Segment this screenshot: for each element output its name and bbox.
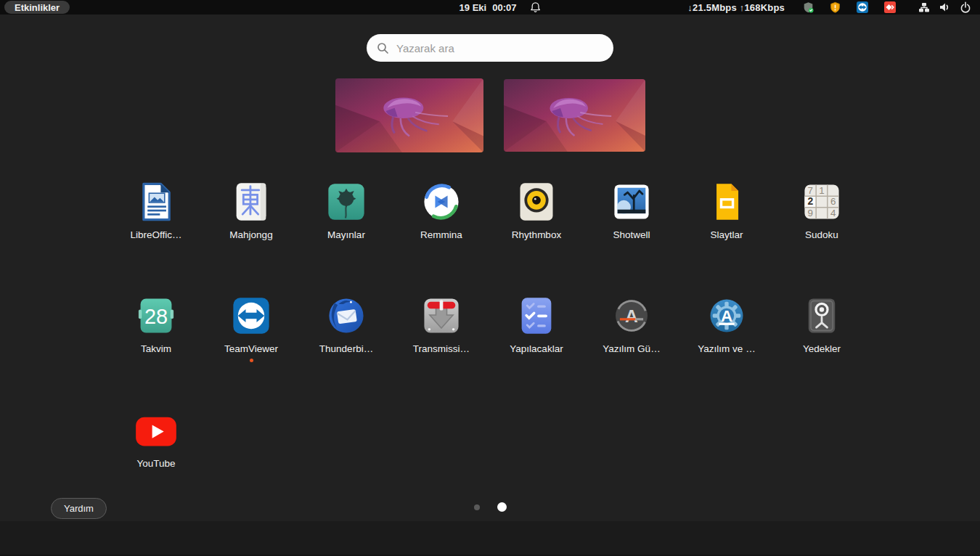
app-label: Yazılım Gü… <box>584 343 679 355</box>
app-mahjongg[interactable]: Mahjongg <box>204 179 298 241</box>
transmission-icon <box>418 293 465 339</box>
app-label: Rhythmbox <box>489 229 584 241</box>
gnome-activities-overview: Etkinlikler 19 Eki 00:07 ↓21.5Mbps ↑168K… <box>0 0 980 556</box>
tooltip-label: Yardım <box>64 503 94 514</box>
calendar-day-number: 28 <box>144 305 168 328</box>
app-label: Remmina <box>394 229 489 241</box>
mahjongg-tile-icon <box>228 179 274 225</box>
app-label: Mayınlar <box>299 229 393 241</box>
app-backups[interactable]: Yedekler <box>775 293 869 355</box>
rhythmbox-speaker-icon <box>513 179 560 225</box>
notification-bell-icon <box>529 1 541 13</box>
clock-menu[interactable]: 19 Eki 00:07 <box>460 0 542 15</box>
app-label: Slaytlar <box>679 229 774 241</box>
software-properties-icon: A <box>703 293 750 339</box>
system-status-area[interactable] <box>914 1 976 13</box>
page-dot-2-active[interactable] <box>497 502 507 512</box>
workspace-switcher <box>0 78 980 152</box>
google-slides-icon <box>703 179 750 225</box>
app-label: Transmissi… <box>394 343 489 355</box>
app-label: Thunderbi… <box>299 343 393 355</box>
app-label: TeamViewer <box>204 343 298 355</box>
activities-button[interactable]: Etkinlikler <box>4 1 70 14</box>
sudoku-digit: 9 <box>808 208 813 218</box>
gnome-mines-icon <box>323 179 369 225</box>
app-label: Yapılacaklar <box>489 343 584 355</box>
shotwell-photo-icon <box>608 179 655 225</box>
shield-warning-icon[interactable] <box>829 1 841 14</box>
top-bar-right: ↓21.5Mbps ↑168Kbps <box>687 0 976 15</box>
app-remmina[interactable]: Remmina <box>394 179 489 241</box>
dock-tooltip: Yardım <box>51 498 107 519</box>
app-todo[interactable]: Yapılacaklar <box>489 293 584 355</box>
app-youtube[interactable]: YouTube <box>109 407 203 470</box>
app-label: Yazılım ve … <box>679 343 774 355</box>
sudoku-digit: 4 <box>830 208 836 218</box>
teamviewer-tray-icon[interactable] <box>856 1 869 14</box>
power-icon <box>960 1 971 13</box>
dock: A ? <box>0 521 980 556</box>
app-transmission[interactable]: Transmissi… <box>394 293 489 355</box>
network-speed-indicator[interactable]: ↓21.5Mbps ↑168Kbps <box>687 2 785 13</box>
system-tray <box>795 1 904 14</box>
app-label: Sudoku <box>775 229 869 241</box>
search-input[interactable] <box>396 42 603 54</box>
wired-network-icon <box>918 1 930 13</box>
workspace-thumbnail-1[interactable] <box>335 78 483 152</box>
sudoku-digit-active: 2 <box>807 195 813 207</box>
anydesk-tray-icon[interactable] <box>883 1 897 14</box>
app-label: Mahjongg <box>204 229 298 241</box>
search-icon <box>377 42 389 54</box>
app-teamviewer[interactable]: TeamViewer <box>204 293 298 362</box>
deja-dup-backups-icon <box>799 293 845 339</box>
app-rhythmbox[interactable]: Rhythmbox <box>489 179 584 241</box>
software-letter: A <box>721 307 732 325</box>
software-updater-icon: A <box>608 293 655 339</box>
libreoffice-writer-icon <box>133 179 179 225</box>
sudoku-grid-icon: 7 1 4 6 9 2 <box>799 179 845 225</box>
sudoku-digit: 7 <box>808 185 813 196</box>
search-bar[interactable] <box>367 34 613 62</box>
thunderbird-icon <box>323 293 369 339</box>
app-libreoffice-writer[interactable]: LibreOffic… <box>109 179 203 241</box>
search-area <box>0 34 980 62</box>
running-indicator <box>250 359 253 362</box>
workspace-thumbnail-2[interactable] <box>504 79 645 152</box>
app-sudoku[interactable]: 7 1 4 6 9 2 Sudoku <box>775 179 869 241</box>
shield-check-icon[interactable] <box>802 1 814 14</box>
top-bar: Etkinlikler 19 Eki 00:07 ↓21.5Mbps ↑168K… <box>0 0 980 15</box>
app-shotwell[interactable]: Shotwell <box>584 179 679 241</box>
page-indicator <box>0 502 980 512</box>
date-label: 19 Eki <box>460 2 487 13</box>
app-slides[interactable]: Slaytlar <box>679 179 774 241</box>
teamviewer-icon <box>228 293 274 339</box>
app-label: Takvim <box>109 343 203 355</box>
app-calendar[interactable]: 28 Takvim <box>109 293 203 355</box>
time-label: 00:07 <box>492 2 516 13</box>
app-label: LibreOffic… <box>109 229 203 241</box>
youtube-icon <box>133 407 179 454</box>
sudoku-digit: 6 <box>830 196 836 207</box>
updater-letter: A <box>625 306 638 326</box>
app-label: Yedekler <box>775 343 869 355</box>
sudoku-digit: 1 <box>819 185 824 196</box>
remmina-icon <box>418 179 465 225</box>
app-mines[interactable]: Mayınlar <box>299 179 393 241</box>
page-dot-1[interactable] <box>474 504 480 510</box>
app-software-updater[interactable]: A Yazılım Gü… <box>584 293 679 355</box>
volume-icon <box>939 1 951 13</box>
gnome-calendar-icon: 28 <box>133 293 179 339</box>
app-thunderbird[interactable]: Thunderbi… <box>299 293 393 355</box>
app-label: Shotwell <box>584 229 679 241</box>
app-software-properties[interactable]: A Yazılım ve … <box>679 293 774 355</box>
app-label: YouTube <box>109 457 203 470</box>
gnome-todo-icon <box>513 293 560 339</box>
